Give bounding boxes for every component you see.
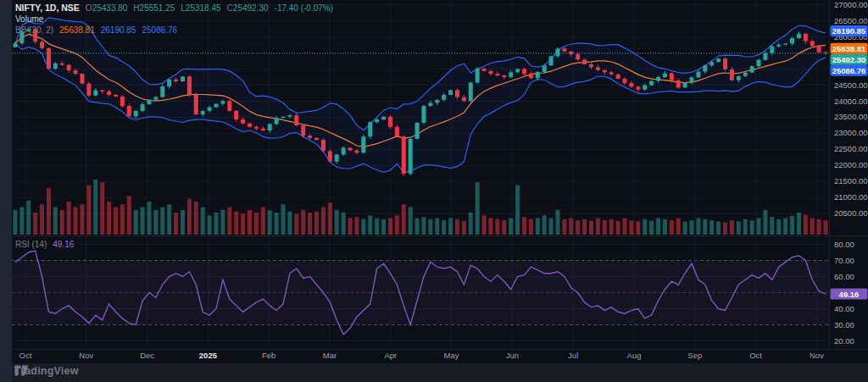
symbol-legend[interactable]: NIFTY, 1D, NSE O25433.80 H25551.25 L2531… xyxy=(15,3,333,14)
candle-body xyxy=(609,72,614,74)
time-axis-label[interactable]: Nov xyxy=(810,351,824,360)
bollinger-legend[interactable]: BB (20, 2) 25638.81 26190.85 25086.76 xyxy=(15,25,177,36)
volume-bar xyxy=(776,219,781,235)
candle-body xyxy=(308,136,312,138)
volume-bar xyxy=(381,219,386,235)
price-axis-label[interactable]: 23500.00 xyxy=(834,112,868,121)
candle-body xyxy=(395,127,399,136)
price-axis-label[interactable]: 26500.00 xyxy=(834,16,868,25)
price-axis-label[interactable]: 21500.00 xyxy=(834,176,868,185)
time-axis-label[interactable]: Oct xyxy=(19,351,32,360)
volume-bar xyxy=(636,221,640,235)
candle-body xyxy=(576,54,580,59)
volume-bar xyxy=(569,219,573,235)
candle-body xyxy=(502,75,506,77)
volume-bar xyxy=(670,220,674,235)
tradingview-chart-window: 27000.0026500.0026000.0025500.0025000.00… xyxy=(0,0,868,382)
candle-body xyxy=(770,47,774,53)
candle-body xyxy=(817,46,821,53)
candle-body xyxy=(737,76,741,80)
price-axis-label[interactable]: 24500.00 xyxy=(834,80,868,90)
volume-bar xyxy=(167,204,171,235)
volume-bar xyxy=(409,208,413,235)
candle-body xyxy=(797,34,801,38)
rsi-axis-label[interactable]: 30.00 xyxy=(834,320,854,329)
candle-body xyxy=(515,69,520,72)
volume-bar xyxy=(502,220,506,235)
candle-body xyxy=(495,74,499,75)
time-axis-label[interactable]: Oct xyxy=(749,351,762,360)
volume-bar xyxy=(187,199,192,235)
tradingview-branding[interactable]: TradingView xyxy=(14,365,79,377)
price-axis-label[interactable]: 22000.00 xyxy=(834,160,868,169)
volume-bar xyxy=(817,219,821,235)
price-axis-label[interactable]: 27000.00 xyxy=(834,0,868,9)
time-axis-label[interactable]: May xyxy=(444,351,459,360)
candle-body xyxy=(435,100,439,102)
volume-bar xyxy=(482,215,487,235)
bb-upper-value: 26190.85 xyxy=(101,25,136,36)
rsi-axis-label[interactable]: 70.00 xyxy=(834,256,854,265)
time-axis-label[interactable]: Jul xyxy=(568,351,578,360)
candle-body xyxy=(421,106,426,123)
left-toolbar-strip[interactable] xyxy=(0,0,12,382)
candle-body xyxy=(153,97,158,100)
time-axis-label[interactable]: Dec xyxy=(140,351,154,360)
price-axis-label[interactable]: 24000.00 xyxy=(834,97,868,106)
volume-bar xyxy=(656,219,660,235)
time-axis-label[interactable]: Jun xyxy=(506,351,519,360)
time-axis-label[interactable]: Sep xyxy=(687,351,702,360)
time-axis-label[interactable]: Aug xyxy=(627,351,642,360)
volume-bar xyxy=(261,208,265,235)
volume-bar xyxy=(663,219,667,235)
volume-bar xyxy=(26,201,31,235)
rsi-axis-label[interactable]: 80.00 xyxy=(834,240,854,249)
chart-canvas[interactable]: 27000.0026500.0026000.0025500.0025000.00… xyxy=(0,0,868,382)
time-axis-label[interactable]: Nov xyxy=(79,351,93,360)
candle-body xyxy=(40,42,44,48)
volume-bar xyxy=(275,213,279,235)
candle-body xyxy=(100,91,104,91)
candle-body xyxy=(743,73,748,76)
candle-body xyxy=(415,123,420,139)
price-axis-label[interactable]: 21000.00 xyxy=(834,192,868,202)
candle-body xyxy=(375,119,379,122)
candle-body xyxy=(696,72,700,78)
price-axis-label[interactable]: 23000.00 xyxy=(834,128,868,137)
rsi-axis-label[interactable]: 40.00 xyxy=(834,304,854,313)
rsi-value-tag-text: 49.16 xyxy=(839,290,860,299)
volume-bar xyxy=(287,212,292,235)
volume-bar xyxy=(743,219,748,235)
volume-bar xyxy=(19,208,24,235)
candle-body xyxy=(455,90,459,97)
price-axis-label[interactable]: 22500.00 xyxy=(834,144,868,153)
price-axis-label[interactable]: 20500.00 xyxy=(834,208,868,218)
candle-body xyxy=(776,45,781,47)
time-axis-label[interactable]: Mar xyxy=(323,351,337,360)
volume-bar xyxy=(582,219,587,235)
bb-upper-price-tag-text: 26190.85 xyxy=(832,26,866,36)
volume-legend[interactable]: Volume xyxy=(15,14,43,25)
volume-bar xyxy=(770,217,774,235)
volume-bar xyxy=(227,208,231,235)
candle-body xyxy=(86,84,91,96)
ohlc-high: H25551.25 xyxy=(133,3,175,14)
volume-bar xyxy=(783,219,787,235)
rsi-axis-label[interactable]: 20.00 xyxy=(834,336,854,346)
rsi-axis-label[interactable]: 60.00 xyxy=(834,272,854,281)
time-axis-label[interactable]: Apr xyxy=(384,351,397,360)
rsi-legend[interactable]: RSI (14) 49.16 xyxy=(15,239,74,250)
volume-bar xyxy=(281,204,286,235)
volume-bar xyxy=(368,215,372,235)
candle-body xyxy=(629,83,633,86)
candle-body xyxy=(763,53,767,60)
volume-bar xyxy=(643,219,647,235)
time-axis-year-label[interactable]: 2025 xyxy=(199,351,218,360)
time-axis-label[interactable]: Feb xyxy=(262,351,275,360)
symbol-title: NIFTY, 1D, NSE xyxy=(15,3,80,14)
volume-bar xyxy=(328,202,332,235)
candle-body xyxy=(141,104,145,111)
volume-bar xyxy=(709,220,714,235)
volume-bar xyxy=(294,213,298,235)
volume-bar xyxy=(254,213,259,235)
